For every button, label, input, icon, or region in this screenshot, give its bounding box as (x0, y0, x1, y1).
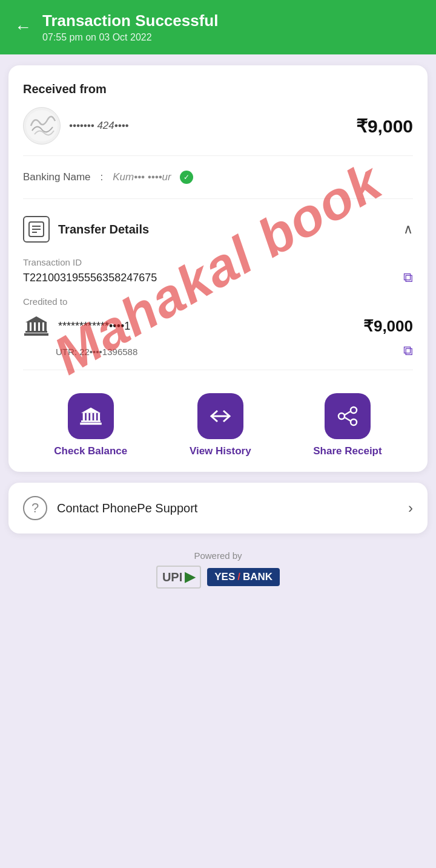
credited-account: ************••••1 (58, 320, 130, 333)
banking-colon: : (101, 171, 104, 183)
powered-by-section: Powered by UPI ▶ YES / BANK (0, 544, 436, 607)
sender-name: ••••••• 424•••• (69, 120, 129, 132)
verified-badge: ✓ (180, 171, 193, 184)
sender-row: ••••••• 424•••• ₹9,000 (23, 107, 413, 145)
svg-rect-11 (25, 331, 47, 333)
share-receipt-label: Share Receipt (313, 445, 382, 457)
copy-transaction-id-button[interactable]: ⧉ (403, 270, 413, 286)
divider-1 (23, 155, 413, 156)
svg-rect-9 (40, 322, 42, 331)
banking-label: Banking Name (23, 171, 91, 183)
upi-text: UPI (162, 570, 182, 584)
support-icon: ? (23, 496, 47, 520)
chevron-up-icon: ∧ (403, 221, 413, 237)
sender-left: ••••••• 424•••• (23, 107, 129, 145)
check-balance-button[interactable] (68, 393, 114, 439)
divider-2 (23, 198, 413, 199)
svg-rect-20 (80, 423, 102, 425)
back-button[interactable]: ← (15, 18, 31, 37)
credited-to-label: Credited to (23, 296, 413, 307)
check-balance-action[interactable]: Check Balance (54, 393, 127, 457)
svg-line-25 (345, 411, 351, 415)
banking-value: Kum••• ••••ur (113, 171, 171, 183)
svg-rect-15 (87, 413, 89, 420)
svg-rect-6 (27, 322, 30, 331)
support-text: Contact PhonePe Support (57, 501, 197, 515)
share-receipt-button[interactable] (325, 393, 371, 439)
svg-rect-10 (44, 322, 47, 331)
share-receipt-action[interactable]: Share Receipt (313, 393, 382, 457)
actions-row: Check Balance View History (23, 387, 413, 457)
avatar-image (26, 110, 58, 142)
banking-row: Banking Name : Kum••• ••••ur ✓ (23, 165, 413, 190)
support-chevron-icon: › (408, 500, 413, 517)
bank-icon (23, 313, 50, 339)
svg-line-26 (345, 417, 351, 421)
divider-3 (23, 370, 413, 370)
credited-details: ************••••1 (58, 320, 130, 333)
svg-point-24 (351, 419, 357, 425)
svg-rect-0 (26, 110, 58, 142)
view-history-action[interactable]: View History (190, 393, 251, 457)
yes-bank-name: YES (214, 571, 235, 583)
svg-rect-18 (97, 413, 100, 420)
transfer-details-icon (23, 216, 50, 243)
credited-left: ************••••1 (23, 313, 130, 339)
yes-bank-logo: YES / BANK (207, 568, 280, 586)
credited-amount: ₹9,000 (363, 317, 413, 336)
svg-rect-16 (90, 413, 93, 420)
svg-point-22 (351, 407, 357, 413)
svg-marker-5 (25, 316, 47, 322)
svg-point-23 (339, 413, 345, 419)
svg-rect-17 (94, 413, 96, 420)
credited-amount-col: ₹9,000 (363, 317, 413, 336)
header-text: Transaction Successful 07:55 pm on 03 Oc… (42, 11, 218, 42)
header: ← Transaction Successful 07:55 pm on 03 … (0, 0, 436, 54)
svg-rect-8 (36, 322, 38, 331)
credited-to-row: ************••••1 ₹9,000 (23, 313, 413, 339)
yes-bank-suffix: BANK (243, 571, 272, 583)
transaction-id-row: T221003195556358247675 ⧉ (23, 270, 413, 286)
utr-value: UTR: 22••••1396588 (56, 347, 137, 357)
svg-rect-19 (81, 420, 101, 422)
svg-rect-12 (24, 333, 48, 336)
transfer-details-label: Transfer Details (58, 223, 149, 237)
transaction-id-value: T221003195556358247675 (23, 272, 157, 284)
view-history-label: View History (190, 445, 251, 457)
svg-rect-14 (82, 413, 85, 420)
transaction-id-label: Transaction ID (23, 257, 413, 267)
received-from-label: Received from (23, 82, 413, 96)
transfer-header-left: Transfer Details (23, 216, 149, 243)
upi-logo: UPI ▶ (156, 566, 201, 589)
upi-arrow-icon: ▶ (185, 569, 195, 585)
transfer-details-header: Transfer Details ∧ (23, 207, 413, 249)
check-balance-label: Check Balance (54, 445, 127, 457)
copy-utr-button[interactable]: ⧉ (403, 343, 413, 359)
svg-marker-13 (81, 408, 101, 413)
svg-rect-7 (31, 322, 34, 331)
powered-by-label: Powered by (194, 550, 242, 561)
main-card: Mahakal book Received from ••••••• 424••… (8, 65, 428, 472)
support-card[interactable]: ? Contact PhonePe Support › (8, 483, 428, 534)
view-history-button[interactable] (197, 393, 243, 439)
utr-row: UTR: 22••••1396588 ⧉ (23, 343, 413, 359)
powered-logos: UPI ▶ YES / BANK (156, 566, 280, 589)
support-left: ? Contact PhonePe Support (23, 496, 197, 520)
yes-bank-slash: / (237, 571, 240, 583)
transaction-amount: ₹9,000 (356, 116, 413, 137)
header-title: Transaction Successful (42, 11, 218, 30)
header-subtitle: 07:55 pm on 03 Oct 2022 (42, 32, 218, 43)
avatar (23, 107, 61, 145)
